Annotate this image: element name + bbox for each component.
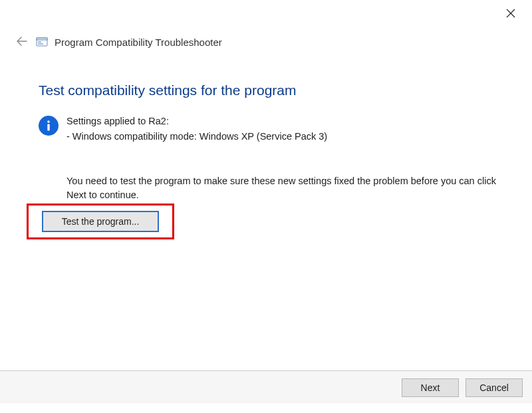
svg-rect-3	[37, 38, 47, 40]
svg-rect-4	[38, 41, 41, 43]
info-text: Settings applied to Ra2: - Windows compa…	[66, 114, 516, 204]
cancel-button[interactable]: Cancel	[466, 378, 523, 397]
svg-point-6	[47, 120, 50, 123]
header: Program Compatibility Troubleshooter	[15, 35, 222, 49]
app-title: Program Compatibility Troubleshooter	[55, 37, 222, 48]
svg-rect-5	[38, 43, 43, 45]
back-button[interactable]	[15, 35, 29, 49]
next-button[interactable]: Next	[402, 378, 459, 397]
close-icon	[506, 9, 515, 21]
page-title: Test compatibility settings for the prog…	[39, 82, 297, 98]
info-icon	[39, 116, 59, 136]
info-section: Settings applied to Ra2: - Windows compa…	[39, 114, 516, 204]
app-icon	[36, 36, 48, 48]
close-button[interactable]	[499, 5, 523, 24]
instruction-text: You need to test the program to make sur…	[66, 174, 516, 202]
svg-rect-7	[47, 124, 49, 131]
footer: Next Cancel	[0, 370, 532, 404]
settings-applied-line: Settings applied to Ra2:	[66, 114, 516, 128]
back-arrow-icon	[17, 37, 27, 48]
highlight-frame: Test the program...	[27, 204, 174, 239]
compat-mode-line: - Windows compatibility mode: Windows XP…	[66, 130, 516, 144]
test-program-button[interactable]: Test the program...	[42, 211, 159, 232]
